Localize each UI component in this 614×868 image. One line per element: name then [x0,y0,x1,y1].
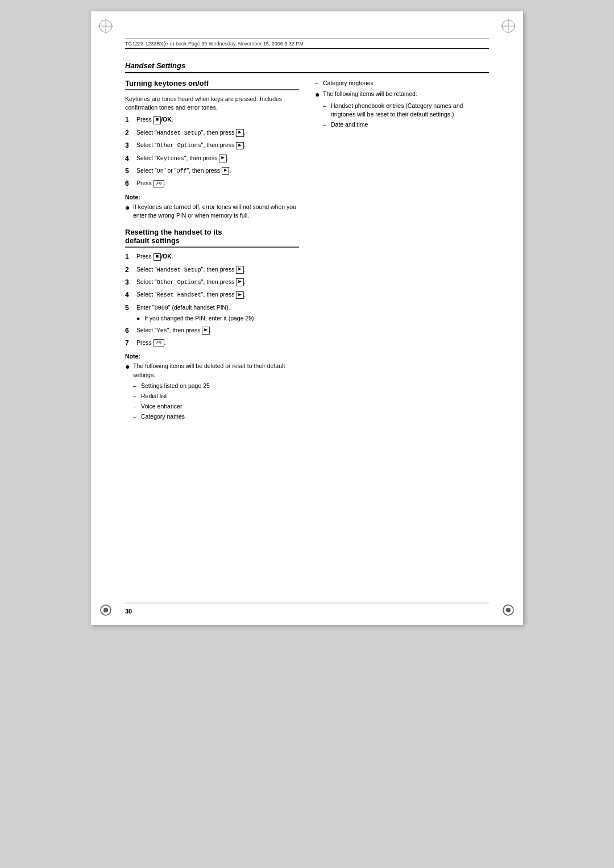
dash-sym: – [133,382,141,390]
step-num: 6 [125,179,134,189]
dash-sym: – [133,412,141,421]
dash-text: Voice enhancer [141,402,182,411]
step: 6 Select "Yes", then press ▶. [125,326,299,336]
main-content: Handset Settings Turning keytones on/off… [125,61,489,596]
step: 2 Select "Handset Setup", then press ▶. [125,265,299,275]
step: 1 Press ■/OK. [125,115,299,125]
file-header: TG1223-1233BX(e-e).book Page 30 Wednesda… [125,39,489,49]
reg-mark-br [500,602,516,618]
dash-item: – Voice enhancer [125,402,299,411]
step-text: Select "Reset Handset", then press ▶. [136,290,299,300]
step-text: Select "Other Options", then press ▶. [136,141,299,151]
dash-sym: – [323,102,331,119]
off-key: ↗⊙ [154,339,164,347]
bullet-dot: ● [315,90,323,99]
page-wrapper: TG1223-1233BX(e-e).book Page 30 Wednesda… [91,11,523,625]
col-right: – Category ringtones ● The following ite… [315,79,489,423]
step: 6 Press ↗⊙. [125,179,299,189]
step-num: 7 [125,339,134,348]
arrow-key: ▶ [219,155,226,162]
file-info: TG1223-1233BX(e-e).book Page 30 Wednesda… [125,41,489,47]
reset-heading: Resetting the handset to itsdefault sett… [125,228,299,248]
dash-sym: – [323,120,331,129]
dash-item-cat-ringtones: – Category ringtones [315,79,489,87]
dash-text: Handset phonebook entries (Category name… [331,102,489,119]
arrow-key: ▶ [236,278,243,286]
retained-intro: The following items will be retained: [323,90,489,98]
reg-mark-tr [500,18,516,34]
note-label-reset: Note: [125,353,299,360]
step: 2 Select "Handset Setup", then press ▶. [125,128,299,138]
reg-mark-tl [98,18,114,34]
dash-item-phonebook: – Handset phonebook entries (Category na… [315,102,489,119]
arrow-key: ▶ [236,129,243,137]
step: 3 Select "Other Options", then press ▶. [125,278,299,287]
keytones-heading: Turning keytones on/off [125,79,299,90]
dash-item: – Settings listed on page 25 [125,382,299,390]
step-text: Enter "0000" (default handset PIN). ● If… [136,303,299,323]
ok-key: ■ [154,116,161,124]
step: 1 Press ■/OK. [125,252,299,262]
deleted-intro: The following items will be deleted or r… [133,362,299,379]
step-num: 5 [125,303,134,323]
bullet-item-retained: ● The following items will be retained: [315,90,489,99]
step-text: Press ■/OK. [136,252,299,262]
step-num: 4 [125,290,134,300]
columns: Turning keytones on/off Keytones are ton… [125,79,489,423]
step-num: 1 [125,115,134,125]
dash-text: Date and time [331,120,368,129]
bullet-content: If keytones are turned off, error tones … [133,203,299,220]
bullet-dot: ● [125,362,133,372]
sub-bullet-text: If you changed the PIN, enter it (page 2… [144,314,256,323]
dash-sym: – [133,402,141,411]
col-left: Turning keytones on/off Keytones are ton… [125,79,299,423]
step-text: Select "Other Options", then press ▶. [136,278,299,287]
arrow-key: ▶ [236,266,243,274]
step-num: 3 [125,278,134,287]
step-num: 2 [125,265,134,275]
step: 4 Select "Keytones", then press ▶. [125,154,299,164]
step-text: Select "Yes", then press ▶. [136,326,299,336]
page-number: 30 [125,608,132,615]
svg-point-7 [103,608,108,612]
dash-item: – Redial list [125,392,299,400]
arrow-key: ▶ [222,167,229,175]
dash-item-date: – Date and time [315,120,489,129]
step: 4 Select "Reset Handset", then press ▶. [125,290,299,300]
keytones-intro: Keytones are tones heard when keys are p… [125,95,299,112]
step-text: Select "Handset Setup", then press ▶. [136,265,299,275]
off-key: ↗⊙ [154,180,164,188]
dash-text: Category names [141,412,185,421]
step-text: Press ↗⊙. [136,339,299,348]
step: 7 Press ↗⊙. [125,339,299,348]
note-label: Note: [125,194,299,201]
ok-key: ■ [154,253,161,261]
step: 3 Select "Other Options", then press ▶. [125,141,299,151]
arrow-key: ▶ [236,291,243,299]
step-text: Press ■/OK. [136,115,299,125]
svg-point-9 [506,608,511,612]
step-text: Select "On" or "Off", then press ▶. [136,166,299,176]
bullet-dot: ● [125,203,133,212]
step-num: 3 [125,141,134,151]
dash-text: Redial list [141,392,167,400]
step-text: Press ↗⊙. [136,179,299,189]
arrow-key: ▶ [236,142,243,150]
bullet-item: ● If keytones are turned off, error tone… [125,203,299,220]
dash-text: Category ringtones [323,79,374,87]
step-num: 6 [125,326,134,336]
arrow-key: ▶ [202,327,209,335]
step-text: Select "Handset Setup", then press ▶. [136,128,299,138]
step: 5 Enter "0000" (default handset PIN). ● … [125,303,299,323]
step-num: 4 [125,154,134,164]
dash-text: Settings listed on page 25 [141,382,210,390]
step-num: 1 [125,252,134,262]
section-title: Handset Settings [125,61,489,73]
dash-sym: – [133,392,141,400]
sub-bullet-dot: ● [136,314,144,323]
dash-sym: – [315,79,323,87]
reg-mark-bl [98,602,114,618]
step-text: Select "Keytones", then press ▶. [136,154,299,164]
step-num: 5 [125,166,134,176]
bottom-rule [125,603,489,603]
